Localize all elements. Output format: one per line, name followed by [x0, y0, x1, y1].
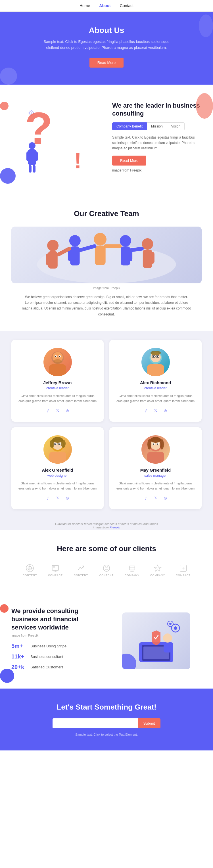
svg-rect-9 — [46, 253, 51, 265]
svg-point-66 — [160, 439, 164, 450]
instagram-icon-jeffrey[interactable]: ◎ — [64, 407, 70, 414]
hero-title: About Us — [23, 26, 190, 35]
twitter-icon-jeffrey[interactable]: 𝕏 — [55, 407, 61, 414]
logo-label-2: COMPACT — [48, 574, 62, 577]
svg-line-24 — [130, 248, 142, 250]
svg-point-15 — [120, 235, 131, 246]
team-title: Our Creative Team — [11, 209, 202, 218]
svg-point-38 — [153, 356, 154, 357]
freepik-link-team[interactable]: Freepik — [110, 526, 120, 529]
facebook-icon-alex-g[interactable]: 𝑓 — [45, 495, 51, 501]
avatar-alex-greenfield — [43, 435, 72, 464]
social-icons-alex-greenfield: 𝑓 𝕏 ◎ — [18, 495, 97, 501]
instagram-icon-may[interactable]: ◎ — [162, 495, 169, 501]
svg-point-7 — [47, 240, 59, 251]
team-cards-grid: Jeffrey Brown creative leader Glavi amet… — [0, 331, 213, 518]
leader-content: We are the leader in business consulting… — [112, 102, 202, 178]
nav-home[interactable]: Home — [80, 3, 90, 8]
facebook-icon-jeffrey[interactable]: 𝑓 — [45, 407, 51, 414]
logo-label-7: COMPACT — [176, 574, 190, 577]
svg-point-43 — [151, 351, 161, 355]
instagram-icon-alex-r[interactable]: ◎ — [162, 407, 169, 414]
nav-contact[interactable]: Contact — [120, 3, 133, 8]
nav-about[interactable]: About — [99, 3, 111, 8]
logo-label-1: CONTENT — [23, 574, 37, 577]
blob-red-consulting — [0, 604, 8, 613]
blob-blue-bottom — [0, 168, 16, 184]
svg-point-63 — [157, 443, 158, 445]
blob-blue-consulting-bottom — [0, 669, 14, 683]
member-desc-alex-greenfield: Glavi amet niinsl libero molestie ante u… — [18, 481, 97, 491]
consulting-illustration — [111, 613, 202, 669]
client-logo-2: COMPACT — [45, 562, 65, 579]
member-desc-may: Glavi amet niinsl libero molestie ante u… — [116, 481, 195, 491]
leader-read-more-button[interactable]: Read More — [112, 156, 146, 165]
svg-rect-14 — [95, 245, 105, 265]
clients-title: Here are some of our clients — [11, 544, 202, 553]
twitter-icon-alex-g[interactable]: 𝕏 — [55, 495, 61, 501]
svg-point-39 — [157, 356, 158, 357]
blob-red-right — [196, 93, 213, 119]
cta-submit-button[interactable]: Submit — [138, 718, 160, 728]
member-desc-alex-richmond: Glavi amet niinsl libero molestie ante u… — [116, 394, 195, 403]
team-card-may-greenfield: May Greenfield sales manager Glavi amet … — [109, 427, 202, 509]
svg-point-49 — [55, 443, 56, 445]
svg-point-56 — [61, 440, 66, 448]
svg-point-65 — [147, 439, 151, 450]
consulting-image-credit: Image from Freepik — [11, 634, 102, 637]
svg-point-28 — [53, 359, 62, 364]
stat-label-3: Satisfied Customers — [30, 665, 63, 669]
svg-rect-4 — [29, 165, 32, 173]
clients-section: Here are some of our clients CONTENT COM… — [0, 530, 213, 593]
svg-rect-5 — [33, 165, 35, 173]
team-card-alex-richmond: Alex Richmond creative leader Glavi amet… — [109, 340, 202, 422]
stat-item-2: 11k+ Business consultant — [11, 653, 102, 660]
member-role-may: sales manager — [116, 474, 195, 477]
cta-email-input[interactable] — [53, 718, 138, 728]
tab-company-benefit[interactable]: Company Benefit — [112, 122, 147, 130]
client-logo-5: COMPANY — [122, 562, 142, 579]
svg-rect-34 — [147, 364, 164, 376]
tab-vision[interactable]: Vision — [167, 122, 185, 130]
svg-point-93 — [169, 623, 172, 625]
consulting-heading: We provide consulting business and finan… — [11, 607, 102, 631]
member-name-jeffrey: Jeffrey Brown — [18, 380, 97, 385]
svg-point-32 — [59, 356, 60, 357]
client-logo-7: COMPACT — [173, 562, 193, 579]
logo-label-3: CONTENT — [74, 574, 88, 577]
stat-number-2: 11k+ — [11, 653, 27, 660]
hero-read-more-button[interactable]: Read More — [89, 58, 124, 68]
stat-item-3: 20+k Satisfied Customers — [11, 664, 102, 671]
svg-rect-72 — [53, 566, 55, 568]
social-icons-may: 𝑓 𝕏 ◎ — [116, 495, 195, 501]
logo-label-4: CONTENT — [99, 574, 114, 577]
tab-mission[interactable]: Mission — [147, 122, 167, 130]
client-logo-6: COMPANY — [148, 562, 168, 579]
instagram-icon-alex-g[interactable]: ◎ — [64, 495, 70, 501]
member-name-alex-richmond: Alex Richmond — [116, 380, 195, 385]
blob-red-sm — [0, 102, 8, 110]
svg-point-50 — [59, 443, 60, 445]
twitter-icon-may[interactable]: 𝕏 — [153, 495, 159, 501]
team-description: We believe great organisations deserve g… — [21, 294, 192, 317]
consulting-image — [122, 613, 190, 669]
exclamation-decoration: ! — [74, 148, 82, 174]
svg-point-88 — [163, 633, 172, 643]
clients-logos: CONTENT COMPACT CONTENT CO — [11, 562, 202, 579]
question-mark-decoration: ? — [25, 105, 88, 151]
hero-blob-left — [0, 68, 17, 85]
facebook-icon-may[interactable]: 𝑓 — [143, 495, 149, 501]
consulting-section: We provide consulting business and finan… — [0, 593, 213, 688]
stat-label-1: Business Using Stripe — [30, 644, 66, 648]
stat-number-3: 20+k — [11, 664, 27, 671]
client-logo-4: CONTENT — [97, 562, 116, 579]
svg-rect-71 — [52, 566, 59, 571]
avatar-alex-richmond — [142, 348, 170, 376]
facebook-icon-alex-r[interactable]: 𝑓 — [143, 407, 149, 414]
navigation: Home About Contact — [0, 0, 213, 12]
consulting-content: We provide consulting business and finan… — [11, 607, 102, 674]
logo-label-5: COMPANY — [125, 574, 140, 577]
twitter-icon-alex-r[interactable]: 𝕏 — [153, 407, 159, 414]
member-name-may: May Greenfield — [116, 468, 195, 472]
team-bottom-text: Glavrida for habitant morbi tristique se… — [0, 518, 213, 530]
